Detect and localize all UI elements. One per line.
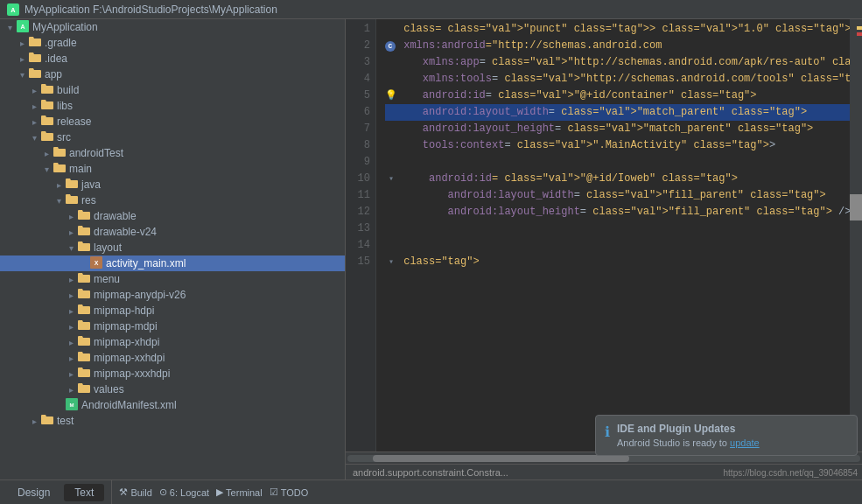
tree-item-label: mipmap-hdpi	[94, 304, 154, 317]
arrow-icon: ▸	[65, 290, 77, 300]
tree-item-label: java	[81, 178, 101, 191]
code-line-6: android:layout_width= class="val">"match…	[385, 104, 850, 121]
arrow-icon: ▸	[28, 102, 40, 111]
arrow-icon: ▸	[65, 385, 77, 395]
code-line-12: android:layout_height= class="val">"fill…	[385, 204, 850, 220]
hscroll-thumb[interactable]	[373, 455, 629, 462]
watermark: https://blog.csdn.net/qq_39046854	[724, 468, 858, 478]
arrow-icon: ▾	[28, 133, 40, 143]
tree-item-label: values	[94, 383, 124, 396]
arrow-icon: ▸	[28, 86, 40, 95]
sidebar-item-release[interactable]: ▸release	[0, 114, 345, 130]
folder-icon	[53, 146, 67, 160]
arrow-icon: ▸	[65, 306, 77, 316]
update-link[interactable]: update	[730, 438, 760, 448]
tree-item-label: test	[57, 415, 74, 427]
tree-item-label: app	[45, 68, 62, 80]
sidebar-item-mipmap-hdpi[interactable]: ▸mipmap-hdpi	[0, 303, 345, 318]
tree-item-label: menu	[94, 273, 120, 285]
notification-text: Android Studio is ready to update	[617, 438, 848, 448]
code-text: android:layout_height= class="val">"matc…	[397, 121, 813, 137]
code-line-15: ▾ class="tag">	[385, 254, 850, 270]
svg-text:A: A	[20, 24, 25, 30]
sidebar-item-layout[interactable]: ▾layout	[0, 240, 345, 256]
sidebar-item-myapplication[interactable]: ▾AMyApplication	[0, 19, 345, 35]
sidebar-item-mipmap-anydpi-v26[interactable]: ▸mipmap-anydpi-v26	[0, 287, 345, 303]
sidebar-item-activity_main[interactable]: Xactivity_main.xml	[0, 256, 345, 271]
folder-icon	[77, 288, 91, 302]
sidebar-item-idea[interactable]: ▸.idea	[0, 51, 345, 66]
notification-title: IDE and Plugin Updates	[617, 423, 848, 435]
code-text: android:layout_height= class="val">"fill…	[397, 204, 850, 220]
sidebar-item-mipmap-xxhdpi[interactable]: ▸mipmap-xxhdpi	[0, 350, 345, 366]
folder-icon	[77, 367, 91, 381]
tree-item-label: layout	[94, 242, 122, 254]
sidebar-item-libs[interactable]: ▸libs	[0, 98, 345, 114]
editor-content: 123456789101112131415 class= class="val"…	[346, 19, 862, 452]
folder-icon	[77, 319, 91, 333]
notification-body: IDE and Plugin Updates Android Studio is…	[617, 423, 848, 448]
fold-icon: ▾	[385, 254, 397, 270]
sidebar-item-androidtest[interactable]: ▸androidTest	[0, 145, 345, 161]
arrow-icon: ▸	[28, 117, 40, 127]
folder-icon	[28, 52, 42, 66]
tree-item-label: activity_main.xml	[106, 257, 186, 270]
tab-design[interactable]: Design	[7, 484, 60, 501]
tree-item-label: res	[81, 194, 96, 206]
sidebar-item-mipmap-xxxhdpi[interactable]: ▸mipmap-xxxhdpi	[0, 366, 345, 382]
sidebar-item-mipmap-mdpi[interactable]: ▸mipmap-mdpi	[0, 318, 345, 334]
sidebar-item-res[interactable]: ▾res	[0, 192, 345, 208]
code-line-7: android:layout_height= class="val">"matc…	[385, 121, 850, 137]
arrow-icon: ▾	[4, 23, 16, 32]
folder-icon	[77, 304, 91, 318]
sidebar-item-mipmap-xhdpi[interactable]: ▸mipmap-xhdpi	[0, 334, 345, 350]
arrow-icon: ▸	[28, 416, 40, 426]
status-logcat[interactable]: ⊙ 6: Logcat	[159, 486, 209, 498]
status-todo[interactable]: ☑ TODO	[270, 486, 309, 498]
tab-text[interactable]: Text	[64, 484, 104, 501]
sidebar-item-androidmanifest[interactable]: MAndroidManifest.xml	[0, 397, 345, 413]
tree-item-label: mipmap-xxxhdpi	[94, 368, 170, 380]
sidebar-item-java[interactable]: ▸java	[0, 177, 345, 192]
code-text: android:id= class="val">"@+id/container"…	[397, 88, 757, 104]
code-line-10: ▾ android:id= class="val">"@+id/Ioweb" c…	[385, 171, 850, 187]
folder-icon	[77, 335, 91, 349]
status-terminal[interactable]: ▶ Terminal	[216, 486, 263, 498]
code-line-13	[385, 220, 850, 237]
code-line-4: xmlns:tools= class="val">"http://schemas…	[385, 71, 850, 88]
right-gutter	[850, 19, 862, 452]
sidebar-item-drawable-v24[interactable]: ▸drawable-v24	[0, 224, 345, 240]
sidebar-item-drawable[interactable]: ▸drawable	[0, 208, 345, 224]
arrow-icon: ▾	[40, 164, 53, 174]
sidebar-item-test[interactable]: ▸test	[0, 413, 345, 429]
tree-item-label: mipmap-xxhdpi	[94, 352, 165, 364]
folder-icon	[77, 382, 91, 396]
sidebar-item-app[interactable]: ▾app	[0, 66, 345, 82]
tree-item-label: MyApplication	[32, 21, 98, 33]
folder-icon	[65, 193, 79, 207]
arrow-icon: ▸	[65, 369, 77, 379]
app-icon: A	[7, 4, 19, 16]
code-text: class= class="val">"punct" class="tag">>…	[397, 21, 850, 38]
code-text: android:layout_width= class="val">"fill_…	[397, 187, 826, 204]
status-build[interactable]: ⚒ Build	[119, 486, 151, 498]
fold-icon: ▾	[385, 171, 397, 187]
sidebar-item-values[interactable]: ▸values	[0, 382, 345, 397]
arrow-icon: ▾	[16, 70, 28, 80]
code-area[interactable]: class= class="val">"punct" class="tag">>…	[376, 19, 850, 452]
svg-text:X: X	[95, 260, 99, 266]
gutter-marker-error	[857, 32, 862, 36]
code-text: android:id= class="val">"@+id/Ioweb" cla…	[397, 171, 738, 187]
folder-icon	[28, 36, 42, 50]
sidebar-item-gradle[interactable]: ▸.gradle	[0, 35, 345, 51]
code-text: class="tag">	[397, 254, 480, 270]
c-marker: C	[385, 41, 396, 52]
arrow-icon: ▸	[16, 54, 28, 64]
sidebar-item-src[interactable]: ▾src	[0, 130, 345, 145]
arrow-icon: ▸	[16, 38, 28, 48]
sidebar-item-menu[interactable]: ▸menu	[0, 271, 345, 287]
sidebar-item-build[interactable]: ▸build	[0, 82, 345, 98]
tree-item-label: drawable	[94, 210, 137, 222]
sidebar-item-main[interactable]: ▾main	[0, 161, 345, 177]
tree-item-label: drawable-v24	[94, 226, 157, 238]
